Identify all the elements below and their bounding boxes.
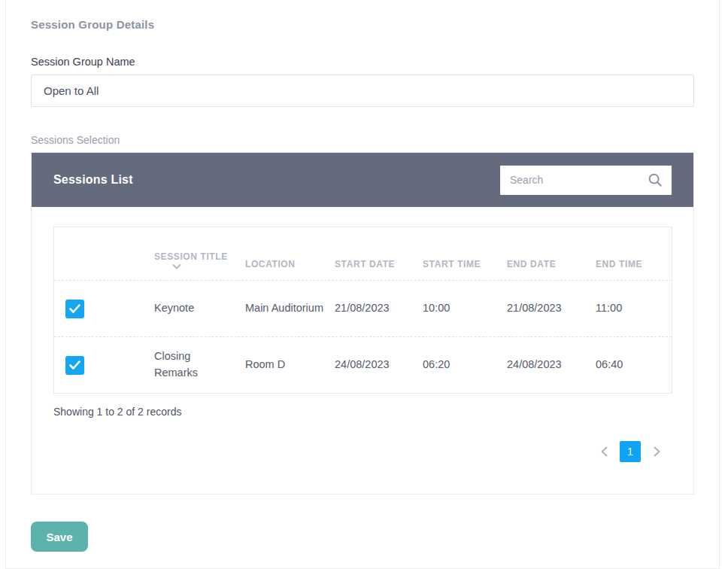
cell-session-title: Keynote: [154, 300, 245, 317]
chevron-left-icon: [601, 446, 608, 457]
cell-location: Main Auditorium: [245, 300, 335, 317]
pagination-next-button[interactable]: [648, 441, 666, 462]
pagination-page-1-button[interactable]: 1: [620, 441, 641, 462]
row-checkbox-cell: [54, 300, 154, 318]
sessions-list-header: Sessions List: [32, 153, 693, 207]
save-button[interactable]: Save: [31, 522, 88, 552]
records-summary: Showing 1 to 2 of 2 records: [53, 406, 672, 418]
page-panel: Session Group Details Session Group Name…: [5, 0, 720, 569]
row-checkbox-cell: [54, 356, 154, 375]
cell-start-time: 06:20: [423, 357, 507, 373]
chevron-right-icon: [654, 446, 660, 457]
session-group-name-label: Session Group Name: [31, 56, 694, 68]
cell-location: Room D: [245, 357, 335, 373]
search-input[interactable]: [510, 174, 647, 186]
table-header-row: Session Title Location Start Date Start …: [54, 227, 672, 280]
sessions-table: Session Title Location Start Date Start …: [53, 227, 672, 394]
sessions-selection-panel: Sessions List Session Title: [31, 152, 694, 494]
row-checkbox-checked[interactable]: [65, 300, 84, 318]
column-header-session-title[interactable]: Session Title: [154, 251, 245, 280]
header-checkbox-cell: [54, 269, 154, 280]
sessions-selection-label: Sessions Selection: [31, 134, 694, 146]
cell-start-date: 21/08/2023: [335, 300, 423, 317]
row-checkbox-checked[interactable]: [65, 356, 84, 375]
cell-end-time: 11:00: [596, 300, 672, 317]
session-group-name-input[interactable]: [31, 75, 694, 107]
column-header-end-time[interactable]: End Time: [596, 259, 672, 280]
pagination: 1: [53, 441, 672, 462]
cell-session-title: Closing Remarks: [154, 348, 245, 382]
cell-start-date: 24/08/2023: [335, 357, 423, 373]
table-row: Keynote Main Auditorium 21/08/2023 10:00…: [54, 280, 672, 336]
page-title: Session Group Details: [31, 18, 694, 31]
column-header-location[interactable]: Location: [245, 259, 335, 280]
cell-start-time: 10:00: [423, 300, 507, 317]
cell-end-time: 06:40: [596, 357, 672, 373]
cell-end-date: 24/08/2023: [507, 357, 596, 373]
column-header-start-date[interactable]: Start Date: [335, 259, 423, 280]
cell-end-date: 21/08/2023: [507, 300, 596, 317]
pagination-prev-button[interactable]: [595, 441, 613, 462]
column-header-end-date[interactable]: End Date: [507, 259, 596, 280]
search-box[interactable]: [500, 166, 672, 195]
check-icon: [69, 361, 80, 370]
sessions-list-title: Sessions List: [53, 173, 133, 187]
table-row: Closing Remarks Room D 24/08/2023 06:20 …: [54, 336, 672, 393]
search-icon[interactable]: [647, 172, 663, 188]
column-header-start-time[interactable]: Start Time: [423, 259, 507, 280]
check-icon: [69, 304, 80, 313]
sort-desc-icon[interactable]: [172, 263, 181, 269]
